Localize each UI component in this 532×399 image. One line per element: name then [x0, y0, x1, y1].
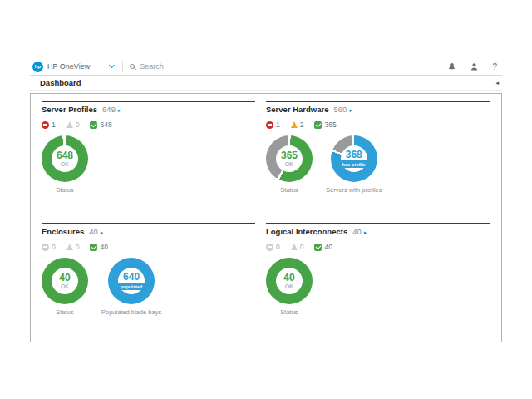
ok-status-count[interactable]: 365 — [314, 121, 336, 129]
critical-status-count[interactable]: 1 — [42, 121, 56, 129]
panel-link-arrow-icon[interactable]: ▸ — [118, 107, 121, 114]
donut-block: 40 OK Status — [42, 258, 88, 316]
panel-total-count[interactable]: 560 — [334, 105, 347, 114]
donut-hole: 365 OK — [276, 145, 303, 172]
donut-sublabel: has profile — [340, 160, 368, 168]
hp-logo-icon: hp — [32, 62, 43, 72]
donut-value: 365 — [281, 150, 298, 160]
donut-chart[interactable]: 40 OK — [266, 258, 313, 304]
status-summary-row: 1 2 365 — [266, 121, 490, 129]
donut-label: Populated blade bays — [101, 308, 161, 316]
donut-label: Servers with profiles — [326, 186, 382, 194]
donut-hole: 40 OK — [52, 268, 78, 294]
search-input[interactable] — [140, 62, 306, 71]
critical-icon — [266, 244, 273, 251]
top-bar: hp HP OneView ? — [30, 58, 502, 76]
critical-status-count[interactable]: 1 — [266, 121, 280, 129]
panel-total-count[interactable]: 649 — [102, 105, 116, 114]
donut-sublabel: OK — [61, 283, 69, 289]
collapse-panel-icon[interactable]: ◂ — [495, 80, 499, 86]
critical-icon — [42, 244, 49, 251]
critical-icon — [42, 121, 49, 129]
ok-status-count[interactable]: 648 — [90, 121, 111, 129]
donut-block: 40 OK Status — [266, 258, 313, 316]
critical-status-count[interactable]: 0 — [266, 243, 280, 251]
donut-label: Status — [56, 186, 73, 194]
status-count-value: 0 — [276, 243, 280, 251]
donut-value: 40 — [59, 273, 70, 283]
page-bar: Dashboard ◂ — [30, 76, 502, 91]
panel-title[interactable]: Enclosures — [42, 227, 84, 236]
critical-status-count[interactable]: 0 — [42, 243, 56, 251]
status-summary-row: 0 0 40 — [42, 243, 255, 251]
panel-link-arrow-icon[interactable]: ▸ — [101, 229, 104, 236]
panel-title[interactable]: Server Hardware — [266, 105, 329, 114]
dashboard-panel: Enclosures 40 ▸ 0 0 40 40 OK Status 640 … — [42, 223, 255, 345]
panel-title[interactable]: Logical Interconnects — [266, 227, 347, 236]
panel-header: Enclosures 40 ▸ — [42, 227, 255, 236]
panel-total-count[interactable]: 40 — [89, 227, 98, 236]
ok-icon — [90, 121, 97, 129]
status-count-value: 0 — [300, 243, 304, 251]
help-icon[interactable]: ? — [492, 62, 497, 71]
warning-icon — [291, 121, 298, 128]
donut-row: 648 OK Status — [42, 135, 255, 194]
donut-chart[interactable]: 40 OK — [42, 258, 88, 304]
topbar-actions: ? — [447, 62, 497, 71]
user-account-icon[interactable] — [470, 62, 479, 71]
donut-label: Status — [280, 308, 298, 316]
panel-link-arrow-icon[interactable]: ▸ — [364, 229, 367, 236]
donut-value: 640 — [123, 272, 140, 282]
brand-label: HP OneView — [47, 62, 90, 71]
status-count-value: 0 — [52, 243, 56, 251]
panel-header: Server Hardware 560 ▸ — [266, 105, 490, 114]
ok-status-count[interactable]: 40 — [90, 243, 107, 251]
donut-hole: 368 has profile — [341, 145, 367, 172]
warning-status-count[interactable]: 0 — [66, 121, 80, 129]
warning-status-count[interactable]: 0 — [66, 243, 80, 251]
panel-total-count[interactable]: 40 — [352, 227, 362, 236]
donut-hole: 40 OK — [276, 268, 303, 294]
status-count-value: 1 — [52, 121, 56, 129]
panel-header: Server Profiles 649 ▸ — [42, 105, 255, 114]
ok-icon — [90, 244, 97, 251]
donut-chart[interactable]: 640 populated — [108, 258, 155, 304]
donut-block: 648 OK Status — [42, 135, 88, 194]
dashboard-panel: Server Hardware 560 ▸ 1 2 365 365 OK Sta… — [266, 101, 490, 223]
page-title: Dashboard — [40, 78, 81, 87]
donut-value: 40 — [283, 273, 294, 283]
warning-status-count[interactable]: 2 — [291, 121, 304, 129]
donut-row: 40 OK Status — [266, 258, 490, 316]
brand-menu[interactable]: hp HP OneView — [30, 62, 90, 72]
donut-chart[interactable]: 648 OK — [42, 135, 88, 182]
donut-chart[interactable]: 368 has profile — [331, 135, 377, 182]
donut-row: 365 OK Status 368 has profile Servers wi… — [266, 135, 490, 194]
panel-link-arrow-icon[interactable]: ▸ — [349, 107, 352, 114]
donut-label: Status — [56, 308, 73, 316]
status-count-value: 40 — [100, 243, 107, 251]
status-count-value: 0 — [76, 243, 80, 251]
notifications-bell-icon[interactable] — [447, 62, 456, 71]
donut-block: 368 has profile Servers with profiles — [326, 135, 382, 194]
donut-hole: 640 populated — [118, 268, 145, 294]
warning-status-count[interactable]: 0 — [291, 243, 304, 251]
donut-sublabel: populated — [118, 283, 145, 290]
donut-chart[interactable]: 365 OK — [266, 135, 313, 182]
status-count-value: 365 — [324, 121, 336, 129]
status-summary-row: 0 0 40 — [266, 243, 490, 251]
status-count-value: 0 — [76, 121, 80, 129]
app-window: hp HP OneView ? Dashboard ◂ Server Profi… — [30, 58, 502, 346]
chevron-down-icon[interactable] — [109, 62, 115, 68]
warning-icon — [66, 121, 73, 128]
search-icon — [130, 64, 135, 69]
ok-status-count[interactable]: 40 — [314, 243, 332, 251]
donut-sublabel: OK — [285, 161, 293, 167]
donut-label: Status — [280, 186, 298, 194]
status-count-value: 40 — [324, 243, 332, 251]
warning-icon — [66, 244, 73, 250]
status-count-value: 2 — [300, 121, 304, 129]
panel-title[interactable]: Server Profiles — [42, 105, 97, 114]
dashboard-panel: Logical Interconnects 40 ▸ 0 0 40 40 OK … — [266, 223, 490, 345]
ok-icon — [314, 121, 322, 129]
status-count-value: 1 — [276, 121, 280, 129]
